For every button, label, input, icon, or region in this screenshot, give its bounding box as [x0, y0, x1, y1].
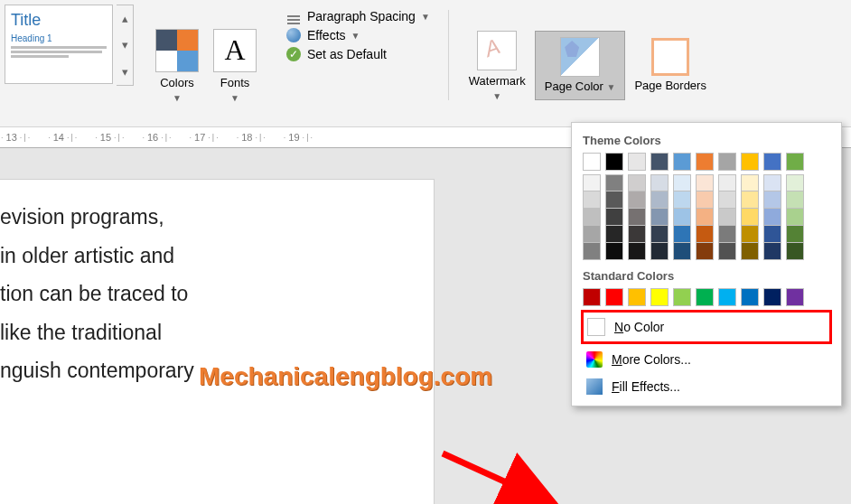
color-swatch[interactable]	[673, 288, 691, 306]
color-swatch[interactable]	[741, 243, 759, 260]
page-color-icon	[560, 37, 600, 77]
color-swatch[interactable]	[650, 226, 669, 243]
color-swatch[interactable]	[628, 153, 646, 171]
color-swatch[interactable]	[583, 153, 601, 171]
standard-colors-row	[583, 288, 830, 306]
document-line: in older artistic and	[0, 237, 425, 275]
color-swatch[interactable]	[583, 191, 601, 209]
color-swatch[interactable]	[605, 226, 623, 243]
color-swatch[interactable]	[718, 191, 736, 209]
color-swatch[interactable]	[583, 226, 601, 243]
color-swatch[interactable]	[628, 288, 646, 306]
colors-button[interactable]: Colors ▼	[148, 25, 206, 107]
color-swatch[interactable]	[763, 243, 781, 260]
color-swatch[interactable]	[696, 226, 714, 243]
page-borders-button[interactable]: Page Borders	[625, 33, 715, 98]
color-swatch[interactable]	[605, 288, 623, 306]
color-swatch[interactable]	[786, 174, 804, 191]
color-swatch[interactable]	[718, 209, 736, 226]
color-swatch[interactable]	[628, 191, 646, 209]
color-swatch[interactable]	[583, 174, 601, 191]
color-swatch[interactable]	[650, 174, 669, 191]
color-swatch[interactable]	[628, 174, 646, 191]
color-swatch[interactable]	[605, 209, 623, 226]
set-as-default-button[interactable]: ✓ Set as Default	[285, 46, 430, 62]
more-colors-item[interactable]: More Colors...	[583, 346, 830, 373]
color-swatch[interactable]	[673, 226, 691, 243]
color-swatch[interactable]	[741, 174, 759, 191]
color-swatch[interactable]	[741, 209, 759, 226]
color-swatch[interactable]	[786, 209, 804, 226]
color-swatch[interactable]	[718, 226, 736, 243]
color-swatch[interactable]	[741, 191, 759, 209]
chevron-down-icon: ▼	[173, 93, 182, 103]
color-swatch[interactable]	[673, 153, 691, 171]
color-swatch[interactable]	[763, 288, 781, 306]
color-swatch[interactable]	[673, 209, 691, 226]
color-swatch[interactable]	[650, 288, 669, 306]
document-page[interactable]: evision programs,in older artistic andti…	[0, 180, 434, 504]
color-swatch[interactable]	[673, 174, 691, 191]
color-swatch[interactable]	[605, 191, 623, 209]
color-swatch[interactable]	[583, 288, 601, 306]
paragraph-spacing-button[interactable]: Paragraph Spacing ▼	[285, 8, 430, 24]
color-swatch[interactable]	[786, 243, 804, 260]
color-swatch[interactable]	[583, 209, 601, 226]
style-gallery-more-button[interactable]: ▴▾▾	[117, 5, 134, 86]
color-swatch[interactable]	[650, 153, 669, 171]
style-set-item[interactable]: Title Heading 1	[5, 5, 113, 84]
color-swatch[interactable]	[696, 153, 714, 171]
color-swatch[interactable]	[696, 209, 714, 226]
color-swatch[interactable]	[741, 288, 759, 306]
color-swatch[interactable]	[696, 191, 714, 209]
fill-effects-label: Fill Effects...	[612, 379, 680, 394]
style-gallery[interactable]: Title Heading 1 ▴▾▾	[0, 5, 134, 86]
color-swatch[interactable]	[628, 243, 646, 260]
color-swatch[interactable]	[718, 174, 736, 191]
chevron-down-icon: ▼	[421, 12, 430, 22]
color-swatch[interactable]	[741, 226, 759, 243]
fill-effects-item[interactable]: Fill Effects...	[583, 373, 830, 400]
chevron-down-icon: ▼	[230, 93, 239, 103]
color-swatch[interactable]	[718, 153, 736, 171]
watermark-icon	[477, 31, 517, 70]
color-swatch[interactable]	[650, 191, 669, 209]
fonts-button[interactable]: A Fonts ▼	[206, 25, 264, 107]
effects-button[interactable]: Effects ▼	[285, 27, 430, 43]
paragraph-spacing-icon	[285, 8, 302, 24]
page-color-button[interactable]: Page Color ▼	[535, 31, 626, 100]
color-swatch[interactable]	[628, 209, 646, 226]
watermark-label: Watermark	[469, 74, 526, 88]
color-swatch[interactable]	[741, 153, 759, 171]
color-swatch[interactable]	[605, 153, 623, 171]
color-swatch[interactable]	[696, 288, 714, 306]
color-swatch[interactable]	[696, 243, 714, 260]
watermark-button[interactable]: Watermark ▼	[460, 25, 535, 107]
color-swatch[interactable]	[673, 191, 691, 209]
color-swatch[interactable]	[763, 174, 781, 191]
color-swatch[interactable]	[650, 209, 669, 226]
color-swatch[interactable]	[786, 153, 804, 171]
color-swatch[interactable]	[650, 243, 669, 260]
color-swatch[interactable]	[718, 288, 736, 306]
color-swatch[interactable]	[763, 191, 781, 209]
color-swatch[interactable]	[763, 226, 781, 243]
color-swatch[interactable]	[763, 153, 781, 171]
no-color-item[interactable]: No Color	[584, 313, 829, 341]
color-swatch[interactable]	[583, 243, 601, 260]
chevron-down-icon: ▼	[607, 82, 616, 92]
theme-colors-tints	[583, 174, 830, 260]
color-swatch[interactable]	[628, 226, 646, 243]
standard-colors-label: Standard Colors	[583, 269, 830, 283]
annotation-highlight-box: No Color	[581, 310, 832, 344]
color-swatch[interactable]	[786, 226, 804, 243]
color-swatch[interactable]	[786, 288, 804, 306]
page-color-dropdown: Theme Colors Standard Colors No Color Mo…	[571, 122, 842, 406]
color-swatch[interactable]	[605, 243, 623, 260]
color-swatch[interactable]	[718, 243, 736, 260]
color-swatch[interactable]	[673, 243, 691, 260]
color-swatch[interactable]	[786, 191, 804, 209]
color-swatch[interactable]	[763, 209, 781, 226]
color-swatch[interactable]	[696, 174, 714, 191]
color-swatch[interactable]	[605, 174, 623, 191]
